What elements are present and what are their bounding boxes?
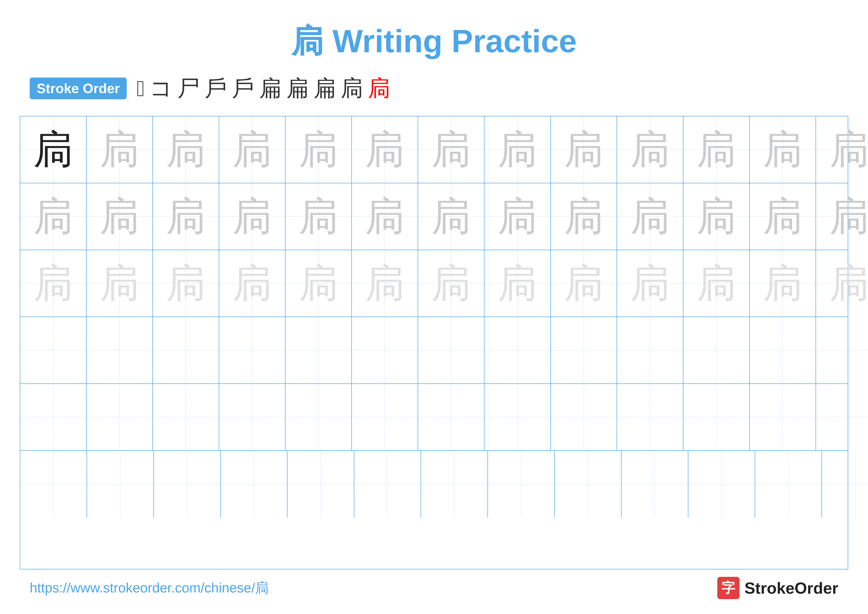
stroke-4: 戶 (205, 73, 227, 104)
char-display: 扃 (498, 130, 537, 169)
cell-2-1: 扃 (20, 183, 87, 250)
char-display: 扃 (564, 264, 603, 303)
cell-3-4: 扃 (219, 250, 285, 317)
cell-3-11: 扃 (684, 250, 750, 317)
grid-row-1: 扃 扃 扃 扃 扃 扃 扃 扃 扃 扃 扃 扃 扃 (20, 117, 848, 183)
char-display: 扃 (630, 197, 670, 236)
cell-4-7[interactable] (418, 317, 485, 383)
cell-6-8[interactable] (488, 451, 555, 518)
title-char: 扃 (291, 23, 323, 59)
cell-1-13: 扃 (816, 117, 868, 183)
cell-5-2[interactable] (87, 384, 153, 450)
cell-6-13[interactable] (822, 451, 868, 518)
grid-row-5 (20, 384, 848, 451)
stroke-3: 尸 (177, 73, 200, 104)
cell-4-2[interactable] (87, 317, 153, 383)
cell-4-3[interactable] (153, 317, 219, 383)
char-display: 扃 (829, 197, 868, 236)
footer-url: https://www.strokeorder.com/chinese/扃 (30, 579, 269, 597)
cell-6-5[interactable] (288, 451, 354, 518)
cell-1-10: 扃 (617, 117, 684, 183)
char-display: 扃 (232, 264, 272, 303)
cell-6-3[interactable] (154, 451, 221, 518)
cell-5-9[interactable] (551, 384, 617, 450)
grid-row-3: 扃 扃 扃 扃 扃 扃 扃 扃 扃 扃 扃 扃 扃 (20, 250, 848, 317)
logo-icon: 字 (717, 577, 739, 599)
stroke-sequence: 𠃌 コ 尸 戶 戶 扁 扁 扁 扃 扃 (136, 73, 390, 104)
char-display: 扃 (696, 130, 736, 169)
char-display: 扃 (564, 197, 603, 236)
cell-2-9: 扃 (551, 183, 617, 250)
char-display: 扃 (166, 264, 206, 303)
char-display: 扃 (365, 130, 405, 169)
stroke-1: 𠃌 (136, 76, 145, 101)
cell-5-10[interactable] (617, 384, 684, 450)
cell-5-7[interactable] (418, 384, 485, 450)
char-display: 扃 (696, 264, 736, 303)
cell-5-1[interactable] (20, 384, 87, 450)
cell-4-12[interactable] (750, 317, 816, 383)
cell-3-8: 扃 (485, 250, 551, 317)
cell-6-6[interactable] (354, 451, 421, 518)
char-display: 扃 (564, 130, 603, 169)
stroke-10: 扃 (368, 73, 390, 104)
cell-6-11[interactable] (688, 451, 755, 518)
page-title: 扃 Writing Practice (291, 20, 577, 64)
cell-3-9: 扃 (551, 250, 617, 317)
cell-5-8[interactable] (485, 384, 551, 450)
char-display: 扃 (299, 264, 338, 303)
cell-4-1[interactable] (20, 317, 87, 383)
char-display: 扃 (100, 197, 139, 236)
char-display: 扃 (829, 264, 868, 303)
char-display: 扃 (630, 130, 670, 169)
char-display: 扃 (498, 264, 537, 303)
cell-2-2: 扃 (87, 183, 153, 250)
grid-row-6 (20, 451, 848, 518)
char-display: 扃 (299, 130, 338, 169)
cell-2-10: 扃 (617, 183, 684, 250)
cell-3-7: 扃 (418, 250, 485, 317)
cell-6-7[interactable] (421, 451, 488, 518)
cell-6-4[interactable] (221, 451, 288, 518)
cell-5-6[interactable] (352, 384, 418, 450)
cell-4-4[interactable] (219, 317, 285, 383)
cell-6-9[interactable] (555, 451, 622, 518)
grid-row-2: 扃 扃 扃 扃 扃 扃 扃 扃 扃 扃 扃 扃 扃 (20, 183, 848, 250)
char-display: 扃 (33, 197, 73, 236)
cell-5-11[interactable] (684, 384, 750, 450)
cell-6-2[interactable] (87, 451, 154, 518)
cell-5-5[interactable] (285, 384, 352, 450)
cell-6-12[interactable] (755, 451, 822, 518)
stroke-order-badge: Stroke Order (30, 78, 127, 99)
cell-6-10[interactable] (622, 451, 688, 518)
cell-4-10[interactable] (617, 317, 684, 383)
cell-3-6: 扃 (352, 250, 418, 317)
char-display: 扃 (166, 197, 206, 236)
cell-5-12[interactable] (750, 384, 816, 450)
cell-4-13[interactable] (816, 317, 868, 383)
cell-5-13[interactable] (816, 384, 868, 450)
cell-1-11: 扃 (684, 117, 750, 183)
cell-1-2: 扃 (87, 117, 153, 183)
cell-6-1[interactable] (20, 451, 87, 518)
cell-4-9[interactable] (551, 317, 617, 383)
char-display: 扃 (232, 197, 272, 236)
char-display: 扃 (763, 197, 803, 236)
cell-5-4[interactable] (219, 384, 285, 450)
cell-4-6[interactable] (352, 317, 418, 383)
char-display: 扃 (299, 197, 338, 236)
cell-2-11: 扃 (684, 183, 750, 250)
cell-2-13: 扃 (816, 183, 868, 250)
cell-1-7: 扃 (418, 117, 485, 183)
cell-3-12: 扃 (750, 250, 816, 317)
cell-5-3[interactable] (153, 384, 219, 450)
cell-4-8[interactable] (485, 317, 551, 383)
cell-2-12: 扃 (750, 183, 816, 250)
cell-4-5[interactable] (285, 317, 352, 383)
char-display: 扃 (696, 197, 736, 236)
cell-1-5: 扃 (285, 117, 352, 183)
cell-4-11[interactable] (684, 317, 750, 383)
char-display: 扃 (100, 130, 139, 169)
char-display: 扃 (431, 197, 471, 236)
cell-3-10: 扃 (617, 250, 684, 317)
